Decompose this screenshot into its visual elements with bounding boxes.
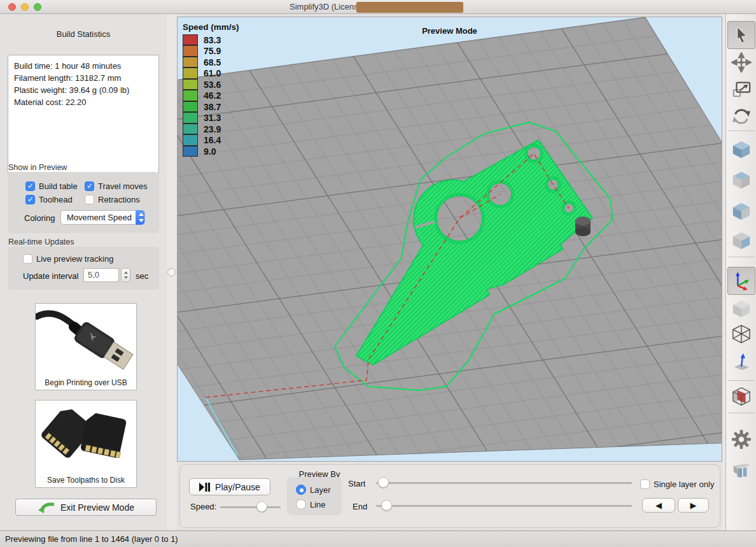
legend-swatch xyxy=(183,67,198,79)
pan-view-tool[interactable] xyxy=(727,48,755,76)
sd-cards-image xyxy=(36,401,136,472)
live-preview-checkbox[interactable] xyxy=(23,254,32,264)
wireframe-view[interactable] xyxy=(727,320,755,348)
exit-button-label: Exit Preview Mode xyxy=(60,502,134,513)
splitter-handle[interactable] xyxy=(167,268,176,276)
settings-gear[interactable] xyxy=(727,425,755,453)
stat-build-time: Build time: 1 hour 48 minutes xyxy=(14,60,153,72)
start-slider[interactable] xyxy=(376,482,632,484)
solid-cube-icon xyxy=(731,299,752,319)
surface-normal-view[interactable] xyxy=(727,348,755,376)
build-table-checkbox[interactable] xyxy=(25,181,35,191)
preview-3d-viewport[interactable]: Preview Mode Speed (mm/s) 83.3 75.9 68.5… xyxy=(177,17,722,462)
checkbox-toolhead[interactable]: Toolhead xyxy=(25,195,73,204)
zoom-window-tool[interactable] xyxy=(727,75,755,103)
retractions-checkbox[interactable] xyxy=(85,195,94,204)
status-text: Previewing file from line 1 to 1464 (lay… xyxy=(5,534,178,544)
update-interval-field[interactable]: 5,0 xyxy=(83,268,119,282)
coloring-dropdown-value: Movement Speed xyxy=(61,213,136,222)
save-toolpaths-button[interactable]: Save Toolpaths to Disk xyxy=(35,400,137,488)
cube-front-view-icon xyxy=(731,170,752,190)
build-table xyxy=(178,17,722,460)
title-bar: Simplify3D (Licensed to xyxy=(0,0,756,14)
view-cube-top[interactable] xyxy=(727,136,755,164)
license-name-redaction xyxy=(356,2,463,13)
preview-mode-label: Preview Mode xyxy=(178,26,722,36)
single-layer-checkbox-row[interactable]: Single layer only xyxy=(640,480,714,489)
start-slider-thumb[interactable] xyxy=(378,477,389,488)
speed-slider-thumb[interactable] xyxy=(256,501,267,512)
exit-preview-mode-button[interactable]: Exit Preview Mode xyxy=(15,499,157,516)
end-slider[interactable] xyxy=(376,505,632,507)
left-sidebar: Build Statistics Build time: 1 hour 48 m… xyxy=(0,14,167,530)
legend-title: Speed (mm/s) xyxy=(183,22,239,32)
minimize-window-button[interactable] xyxy=(21,3,29,11)
cursor-icon xyxy=(732,25,751,45)
travel-moves-checkbox[interactable] xyxy=(85,181,94,191)
usb-plug-image xyxy=(36,304,136,375)
view-cube-front[interactable] xyxy=(727,166,755,194)
dropdown-stepper-icon[interactable] xyxy=(136,210,144,225)
checkbox-retractions[interactable]: Retractions xyxy=(85,195,140,204)
close-window-button[interactable] xyxy=(8,3,16,11)
legend-swatch xyxy=(183,34,198,46)
legend-swatch xyxy=(183,146,198,157)
speed-label: Speed: xyxy=(190,502,216,511)
xyz-axes-icon xyxy=(731,271,752,291)
cross-section-tool[interactable] xyxy=(727,383,755,411)
play-pause-button[interactable]: Play/Pause xyxy=(189,478,270,495)
legend-swatch xyxy=(183,90,198,101)
toolhead-marker xyxy=(575,217,591,236)
gear-icon xyxy=(731,429,752,450)
cube-back-view-icon xyxy=(731,231,752,251)
begin-printing-usb-button[interactable]: Begin Printing over USB xyxy=(35,303,137,390)
update-interval-label: Update interval xyxy=(23,271,78,281)
radio-line-row[interactable]: Line xyxy=(296,499,326,509)
previous-layer-button[interactable]: ◀ xyxy=(642,498,675,513)
wireframe-cube-icon xyxy=(731,324,752,345)
cross-section-icon xyxy=(731,387,752,407)
legend-swatch xyxy=(183,45,198,57)
view-cube-back[interactable] xyxy=(727,227,755,255)
view-cube-side[interactable] xyxy=(727,197,755,225)
play-pause-label: Play/Pause xyxy=(215,482,260,492)
toolhead-checkbox[interactable] xyxy=(25,195,35,204)
legend-swatch xyxy=(183,134,198,146)
realtime-updates-label: Real-time Updates xyxy=(8,238,74,246)
usb-button-caption: Begin Printing over USB xyxy=(36,377,136,390)
normal-arrow-icon xyxy=(731,352,752,372)
speed-slider[interactable] xyxy=(220,506,281,508)
coloring-dropdown[interactable]: Movement Speed xyxy=(60,210,145,225)
next-layer-button[interactable]: ▶ xyxy=(678,498,709,513)
cube-side-view-icon xyxy=(731,201,752,222)
cursor-tool[interactable] xyxy=(727,21,755,49)
scale-window-icon xyxy=(731,79,752,99)
playback-panel: Play/Pause Speed: Preview By Layer Line … xyxy=(179,464,720,528)
end-slider-thumb[interactable] xyxy=(381,500,392,511)
legend-swatch xyxy=(183,57,198,68)
support-structures-tool[interactable] xyxy=(727,457,755,485)
checkbox-build-table[interactable]: Build table xyxy=(25,181,78,191)
zoom-window-button[interactable] xyxy=(34,3,41,11)
checkbox-travel-moves[interactable]: Travel moves xyxy=(85,181,148,191)
end-label: End xyxy=(353,502,367,511)
solid-view[interactable] xyxy=(727,295,755,323)
sd-button-caption: Save Toolpaths to Disk xyxy=(36,474,136,488)
build-statistics-box: Build time: 1 hour 48 minutes Filament l… xyxy=(8,55,159,173)
rotate-arrows-icon xyxy=(731,106,752,127)
legend-swatch xyxy=(183,79,198,90)
checkbox-live-preview[interactable]: Live preview tracking xyxy=(23,254,113,264)
rotate-view-tool[interactable] xyxy=(727,103,755,131)
radio-layer-row[interactable]: Layer xyxy=(296,485,331,495)
show-in-preview-label: Show in Preview xyxy=(8,163,67,172)
layer-radio[interactable] xyxy=(296,485,306,495)
legend-swatch xyxy=(183,124,198,135)
show-axes-toggle[interactable] xyxy=(727,267,755,295)
play-pause-icon xyxy=(199,483,210,492)
coloring-label: Coloring xyxy=(24,213,55,223)
view-toolbar xyxy=(725,14,756,530)
line-radio[interactable] xyxy=(296,499,306,509)
supports-icon xyxy=(731,461,752,481)
single-layer-checkbox[interactable] xyxy=(640,480,650,489)
update-interval-stepper[interactable] xyxy=(121,268,130,282)
